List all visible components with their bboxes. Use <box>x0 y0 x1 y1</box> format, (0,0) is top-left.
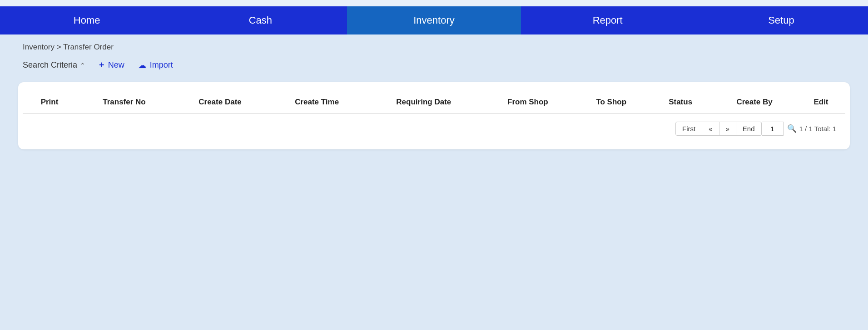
plus-icon: + <box>99 60 104 70</box>
page-info-text: 1 / 1 Total: 1 <box>799 125 836 133</box>
col-header-edit: Edit <box>797 91 845 113</box>
nav-item-home[interactable]: Home <box>0 6 174 34</box>
nav-bar: HomeCashInventoryReportSetup <box>0 6 868 34</box>
col-header-from-shop: From Shop <box>481 91 574 113</box>
breadcrumb: Inventory > Transfer Order <box>0 34 868 56</box>
col-header-transfer-no: Transfer No <box>76 91 172 113</box>
table-header: PrintTransfer NoCreate DateCreate TimeRe… <box>23 91 845 113</box>
search-criteria-label: Search Criteria <box>23 60 77 70</box>
import-button[interactable]: ☁ Import <box>138 60 173 70</box>
next-page-button[interactable]: » <box>719 122 736 136</box>
page-search-icon[interactable]: 🔍 <box>787 124 797 133</box>
col-header-create-time: Create Time <box>268 91 366 113</box>
nav-item-inventory[interactable]: Inventory <box>347 6 521 34</box>
transfer-order-table: PrintTransfer NoCreate DateCreate TimeRe… <box>23 91 845 113</box>
col-header-create-by: Create By <box>712 91 797 113</box>
nav-item-cash[interactable]: Cash <box>174 6 347 34</box>
prev-page-button[interactable]: « <box>702 122 719 136</box>
nav-item-setup[interactable]: Setup <box>694 6 868 34</box>
new-label: New <box>108 60 124 70</box>
import-label: Import <box>150 60 173 70</box>
chevron-up-icon: ⌃ <box>80 62 85 69</box>
search-criteria-toggle[interactable]: Search Criteria ⌃ <box>23 60 85 70</box>
col-header-status: Status <box>649 91 712 113</box>
col-header-requiring-date: Requiring Date <box>366 91 481 113</box>
col-header-to-shop: To Shop <box>574 91 649 113</box>
table-container: PrintTransfer NoCreate DateCreate TimeRe… <box>18 82 850 149</box>
breadcrumb-text: Inventory > Transfer Order <box>23 43 114 51</box>
top-bar <box>0 0 868 6</box>
last-page-button[interactable]: End <box>736 122 762 136</box>
pagination: First « » End 🔍 1 / 1 Total: 1 <box>23 113 845 136</box>
new-button[interactable]: + New <box>99 60 124 70</box>
page-number-input[interactable] <box>762 122 784 136</box>
cloud-upload-icon: ☁ <box>138 60 146 70</box>
col-header-print: Print <box>23 91 76 113</box>
first-page-button[interactable]: First <box>675 122 702 136</box>
table-header-row: PrintTransfer NoCreate DateCreate TimeRe… <box>23 91 845 113</box>
nav-item-report[interactable]: Report <box>521 6 694 34</box>
col-header-create-date: Create Date <box>172 91 268 113</box>
toolbar: Search Criteria ⌃ + New ☁ Import <box>0 56 868 78</box>
